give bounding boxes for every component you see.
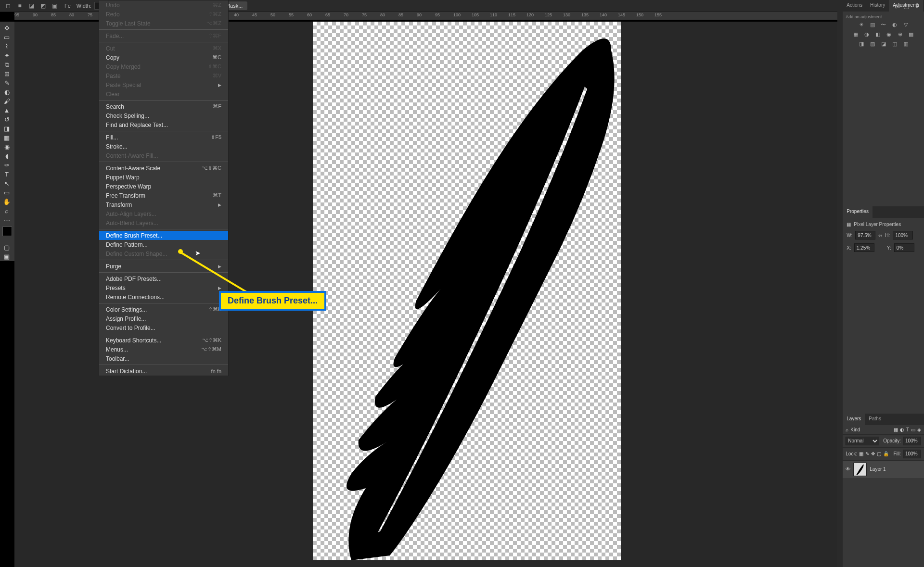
zoom-tool-icon[interactable]: ⌕ <box>0 206 13 215</box>
threshold-icon[interactable]: ◪ <box>880 40 887 47</box>
crop-tool-icon[interactable]: ⧉ <box>0 60 13 69</box>
width-field[interactable] <box>855 231 875 239</box>
intersect-selection-icon[interactable]: ▣ <box>50 1 59 10</box>
menu-item-free-transform[interactable]: Free Transform⌘T <box>99 191 228 200</box>
new-selection-icon[interactable]: ■ <box>15 1 24 10</box>
lock-trans-icon[interactable]: ▦ <box>859 451 863 456</box>
menu-item-stroke[interactable]: Stroke... <box>99 142 228 151</box>
edit-toolbar-icon[interactable]: ⋯ <box>0 215 13 225</box>
filter-type-icon[interactable]: T <box>906 427 909 432</box>
tab-paths[interactable]: Paths <box>865 414 885 425</box>
pen-tool-icon[interactable]: ✑ <box>0 161 13 170</box>
layer-thumbnail[interactable] <box>853 463 867 476</box>
dodge-tool-icon[interactable]: ◖ <box>0 151 13 161</box>
lock-all-icon[interactable]: 🔒 <box>883 451 889 456</box>
menu-item-menus[interactable]: Menus...⌥⇧⌘M <box>99 345 228 354</box>
exposure-icon[interactable]: ◐ <box>891 21 898 28</box>
lock-paint-icon[interactable]: ✎ <box>865 451 869 456</box>
photofilter-icon[interactable]: ◉ <box>886 31 892 38</box>
menu-item-adobe-pdf-presets[interactable]: Adobe PDF Presets... <box>99 274 228 283</box>
search-icon[interactable]: ⌕ <box>895 2 898 10</box>
eyedropper-tool-icon[interactable]: ✎ <box>0 78 13 88</box>
tab-layers[interactable]: Layers <box>843 414 865 425</box>
filter-smart-icon[interactable]: ◈ <box>917 427 921 432</box>
menu-item-find-and-replace-text[interactable]: Find and Replace Text... <box>99 120 228 129</box>
hand-tool-icon[interactable]: ✋ <box>0 197 13 206</box>
filter-shape-icon[interactable]: ▭ <box>911 427 915 432</box>
gradientmap-icon[interactable]: ▥ <box>902 40 909 47</box>
menu-item-start-dictation[interactable]: Start Dictation...fn fn <box>99 366 228 376</box>
channelmixer-icon[interactable]: ⊕ <box>897 31 903 38</box>
menu-item-keyboard-shortcuts[interactable]: Keyboard Shortcuts...⌥⇧⌘K <box>99 336 228 345</box>
subtract-selection-icon[interactable]: ◩ <box>38 1 47 10</box>
x-field[interactable] <box>854 243 874 252</box>
blur-tool-icon[interactable]: ◉ <box>0 142 13 151</box>
selectivecolor-icon[interactable]: ◫ <box>891 40 898 47</box>
frame-tool-icon[interactable]: ⊞ <box>0 69 13 78</box>
document-canvas[interactable] <box>313 22 621 560</box>
menu-item-content-aware-scale[interactable]: Content-Aware Scale⌥⇧⌘C <box>99 164 228 173</box>
vibrance-icon[interactable]: ▽ <box>902 21 909 28</box>
menu-item-fill[interactable]: Fill...⇧F5 <box>99 133 228 142</box>
hue-icon[interactable]: ▦ <box>852 31 859 38</box>
lock-pos-icon[interactable]: ✥ <box>871 451 875 456</box>
gradient-tool-icon[interactable]: ▦ <box>0 133 13 142</box>
wand-tool-icon[interactable]: ✦ <box>0 51 13 60</box>
filter-pixel-icon[interactable]: ▦ <box>894 427 898 432</box>
lasso-tool-icon[interactable]: ⌇ <box>0 42 13 51</box>
menu-item-presets[interactable]: Presets▶ <box>99 283 228 292</box>
search-icon[interactable]: ⌕ <box>846 427 848 432</box>
add-selection-icon[interactable]: ◪ <box>27 1 36 10</box>
visibility-icon[interactable]: 👁 <box>846 466 850 472</box>
posterize-icon[interactable]: ▨ <box>869 40 876 47</box>
type-tool-icon[interactable]: T <box>0 170 13 179</box>
lock-artboard-icon[interactable]: ▢ <box>877 451 881 456</box>
bw-icon[interactable]: ◧ <box>874 31 881 38</box>
menu-item-copy[interactable]: Copy⌘C <box>99 53 228 62</box>
blend-mode-select[interactable]: Normal <box>846 437 879 445</box>
menu-item-perspective-warp[interactable]: Perspective Warp <box>99 182 228 191</box>
menu-item-remote-connections[interactable]: Remote Connections... <box>99 292 228 302</box>
levels-icon[interactable]: ▤ <box>869 21 876 28</box>
menu-item-convert-to-profile[interactable]: Convert to Profile... <box>99 323 228 332</box>
tab-properties[interactable]: Properties <box>843 206 873 218</box>
history-brush-icon[interactable]: ↺ <box>0 115 13 124</box>
menu-item-search[interactable]: Search⌘F <box>99 102 228 111</box>
shape-tool-icon[interactable]: ▭ <box>0 188 13 197</box>
tab-actions[interactable]: Actions <box>843 0 866 12</box>
marquee-tool-icon[interactable]: ▭ <box>0 33 13 42</box>
menu-item-toolbar[interactable]: Toolbar... <box>99 354 228 363</box>
layer-name[interactable]: Layer 1 <box>870 466 886 472</box>
brightness-icon[interactable]: ☀ <box>858 21 865 28</box>
link-icon[interactable]: ⇔ <box>878 233 882 238</box>
brush-tool-icon[interactable]: 🖌 <box>0 97 13 106</box>
screenmode-icon[interactable]: ▣ <box>0 252 13 261</box>
menu-item-check-spelling[interactable]: Check Spelling... <box>99 111 228 120</box>
quickmask-icon[interactable]: ▢ <box>0 243 13 252</box>
opacity-field[interactable] <box>903 437 921 445</box>
stamp-tool-icon[interactable]: ▲ <box>0 106 13 115</box>
colorlookup-icon[interactable]: ▩ <box>908 31 914 38</box>
menu-item-transform[interactable]: Transform▶ <box>99 200 228 209</box>
workspace-icon[interactable]: ▢ <box>903 2 910 10</box>
colorbalance-icon[interactable]: ◑ <box>863 31 870 38</box>
foreground-color[interactable] <box>2 227 12 236</box>
move-tool-icon[interactable]: ✥ <box>0 24 13 33</box>
height-field[interactable] <box>893 231 913 239</box>
menu-item-assign-profile[interactable]: Assign Profile... <box>99 314 228 323</box>
healing-tool-icon[interactable]: ◐ <box>0 88 13 97</box>
layer-row[interactable]: 👁 Layer 1 <box>843 461 924 478</box>
share-icon[interactable]: ⇪ <box>914 2 920 10</box>
tab-history[interactable]: History <box>866 0 889 12</box>
curves-icon[interactable]: 〜 <box>880 21 887 28</box>
menu-item-color-settings[interactable]: Color Settings...⇧⌘K <box>99 305 228 314</box>
path-tool-icon[interactable]: ↖ <box>0 179 13 188</box>
menu-item-define-brush-preset[interactable]: Define Brush Preset... <box>99 231 228 240</box>
panel-collapse-strip[interactable] <box>837 0 843 567</box>
invert-icon[interactable]: ◨ <box>858 40 865 47</box>
eraser-tool-icon[interactable]: ◨ <box>0 124 13 133</box>
fill-field[interactable] <box>903 450 921 458</box>
menu-item-puppet-warp[interactable]: Puppet Warp <box>99 173 228 182</box>
menu-item-define-pattern[interactable]: Define Pattern... <box>99 240 228 249</box>
filter-adjust-icon[interactable]: ◐ <box>900 427 904 432</box>
